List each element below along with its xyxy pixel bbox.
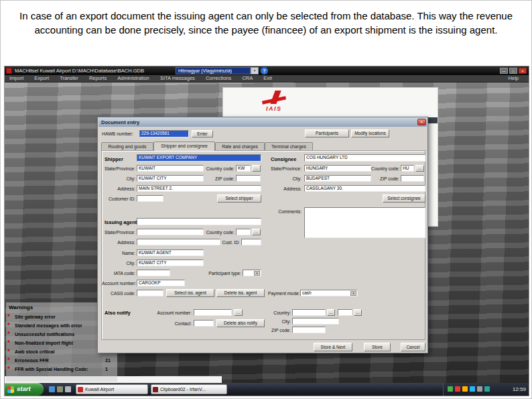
system-tray: 12:59 [443, 383, 529, 396]
language-dropdown-icon[interactable]: ▼ [251, 67, 259, 74]
page: In case of an export document the issuin… [0, 0, 532, 399]
warning-item[interactable]: * Erroneous FFR 21 [6, 357, 117, 365]
menu-exit[interactable]: Exit [259, 75, 277, 82]
store-and-next-button[interactable]: Store & Next [314, 343, 352, 351]
menu-cra[interactable]: CRA [237, 75, 257, 82]
agent-address-input[interactable] [137, 239, 220, 245]
warning-label: Standard messages with error [15, 323, 82, 328]
agent-state-input[interactable] [137, 229, 204, 235]
payment-mode-dropdown-icon[interactable]: ▼ [350, 291, 356, 296]
notify-city-input[interactable] [292, 318, 339, 325]
shipper-zip-input[interactable] [236, 175, 261, 182]
notify-country-code-input[interactable] [338, 309, 352, 316]
minimize-button[interactable]: — [500, 68, 508, 74]
tray-icon-5[interactable] [477, 386, 482, 392]
quick-launch-icon-3[interactable] [65, 386, 71, 392]
menu-transfer[interactable]: Transfer [55, 75, 83, 82]
consignee-state-input[interactable]: HUNGARY [304, 165, 371, 172]
select-consignee-button[interactable]: Select consignee [383, 194, 425, 203]
delete-also-notify-button[interactable]: Delete also notify [216, 319, 265, 327]
tray-icon-1[interactable] [448, 386, 453, 392]
cass-code-input[interactable] [137, 290, 163, 296]
help-icon[interactable]: ? [261, 67, 268, 74]
comments-input[interactable] [304, 207, 425, 238]
notify-account-lookup-icon[interactable]: ... [234, 309, 243, 316]
tray-icon-3[interactable] [462, 386, 468, 392]
shipper-name-input[interactable]: KUWAIT EXPORT COMPANY [137, 154, 261, 162]
menu-reports[interactable]: Reports [84, 75, 111, 82]
language-selector[interactable]: Httmagyar (Vlagyimirszlá) [176, 67, 251, 74]
enter-button[interactable]: Enter [192, 130, 213, 137]
agent-country-lookup-icon[interactable]: ... [252, 229, 261, 235]
task-button-clipboard[interactable]: Clipboard02 - IrfanV... [151, 384, 227, 394]
tray-icon-2[interactable] [455, 386, 460, 392]
dialog-titlebar[interactable]: Document entry [98, 118, 427, 127]
shipper-customer-id-input[interactable] [137, 195, 163, 202]
consignee-country-code-input[interactable]: HU [401, 165, 414, 172]
payment-mode-select[interactable]: cash ▼ [300, 290, 358, 296]
participant-type-dropdown-icon[interactable]: ▼ [254, 271, 260, 276]
menu-corrections[interactable]: Corrections [201, 75, 236, 82]
agent-country-code-input[interactable] [236, 229, 251, 235]
shipper-city-input[interactable]: KUWAIT CITY [137, 175, 204, 182]
notify-zip-label: ZIP code: [268, 328, 291, 333]
shipper-state-input[interactable]: KUWAIT [137, 165, 204, 172]
notify-account-label: Account number: [138, 310, 192, 315]
start-button[interactable]: start [5, 383, 44, 396]
shipper-section-label: Shipper [105, 156, 123, 162]
menu-sita-messages[interactable]: SITA messages [155, 75, 200, 82]
task-label: Clipboard02 - IrfanV... [160, 387, 206, 392]
agent-city-input[interactable]: KUWAIT CITY [137, 260, 204, 266]
consignee-name-input[interactable]: COS HUNGARY LTD [304, 154, 425, 162]
shipper-country-code-input[interactable]: KW [236, 165, 251, 172]
agent-account-input[interactable]: CARGOKP [137, 280, 185, 286]
select-shipper-button[interactable]: Select shipper [217, 194, 261, 203]
menu-help[interactable]: Help [504, 75, 523, 82]
notify-contact-input[interactable] [194, 320, 214, 327]
quick-launch-icon-2[interactable] [57, 386, 63, 392]
agent-cust-id-input[interactable] [241, 239, 261, 245]
select-issuing-agent-button[interactable]: Select iss. agent [166, 289, 214, 297]
menu-administration[interactable]: Administration [113, 75, 154, 82]
warning-bullet-icon: * [7, 331, 10, 338]
consignee-zip-input[interactable] [401, 175, 424, 182]
agent-name-field[interactable]: KUWAIT AGENT [137, 249, 204, 256]
cass-code-label: CASS code: [102, 291, 135, 296]
modify-locations-button[interactable]: Modify locations [351, 129, 389, 137]
windows-flag-icon [7, 386, 14, 393]
agent-iata-input[interactable] [137, 270, 170, 276]
cancel-button[interactable]: Cancel [401, 343, 425, 351]
tray-icon-4[interactable] [470, 386, 475, 392]
hawb-number-input[interactable]: 229-13420561 [139, 130, 189, 137]
warning-value: 21 [105, 358, 111, 363]
consignee-address-input[interactable]: CASSLAGANY 30. [304, 185, 425, 192]
menu-import[interactable]: Import [5, 75, 28, 82]
notify-city-label: City: [268, 319, 291, 324]
warning-item[interactable]: * FFR with Special Handling Code: 1 [6, 365, 117, 374]
quick-launch-icon-1[interactable] [49, 386, 55, 392]
notify-country-input[interactable] [292, 309, 326, 316]
notify-account-input[interactable] [194, 309, 232, 316]
payment-mode-value: cash [302, 290, 312, 295]
participants-button[interactable]: Participants [305, 129, 349, 137]
notify-country-code-lookup-icon[interactable]: ... [354, 309, 362, 316]
tab-shipper-and-consignee[interactable]: Shipper and consignee [153, 141, 215, 151]
issuing-agent-name-input[interactable] [137, 218, 261, 225]
close-button[interactable]: × [519, 68, 527, 74]
tray-icon-6[interactable] [484, 386, 490, 392]
store-button[interactable]: Store [364, 343, 391, 351]
agent-country-code-label: Country code: [205, 230, 235, 235]
participant-type-select[interactable]: ▼ [243, 270, 261, 276]
task-button-kuwait-airport[interactable]: Kuwait Airport [76, 384, 148, 394]
consignee-country-lookup-icon[interactable]: ... [415, 165, 424, 172]
notify-country-lookup-icon[interactable]: ... [327, 309, 335, 316]
notify-zip-input[interactable] [292, 327, 326, 333]
maximize-button[interactable]: □ [509, 68, 517, 74]
menu-export[interactable]: Export [29, 75, 54, 82]
window-title: MACHitsel Kuwait Airport D:\MACH\Databas… [15, 66, 144, 75]
consignee-city-input[interactable]: BUDAPEST [304, 175, 371, 182]
shipper-country-lookup-icon[interactable]: ... [252, 165, 261, 172]
delete-issuing-agent-button[interactable]: Delete iss. agent [216, 289, 265, 297]
shipper-address-input[interactable]: MAIN STREET 2. [137, 185, 261, 192]
dialog-close-icon[interactable]: × [417, 119, 426, 125]
